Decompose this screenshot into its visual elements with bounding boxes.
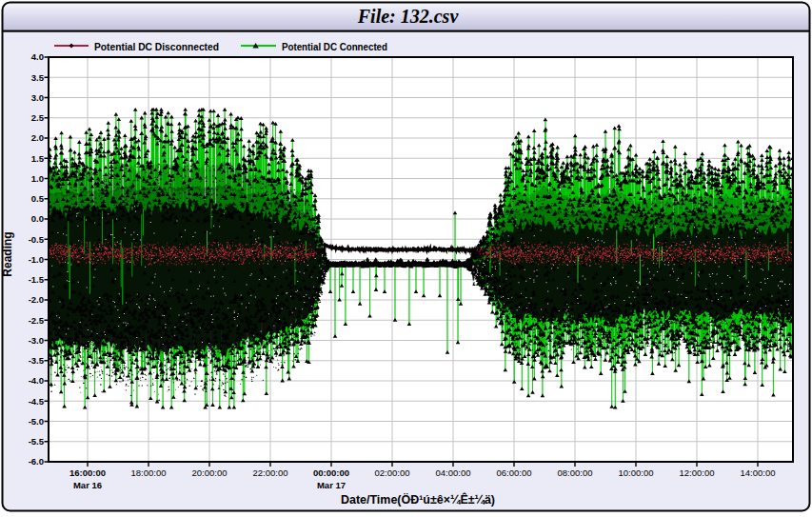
svg-text:16:00:00: 16:00:00 — [69, 467, 106, 478]
svg-text:12:00:00: 12:00:00 — [680, 467, 715, 478]
svg-text:-6.0: -6.0 — [29, 456, 44, 467]
svg-text:-1.5: -1.5 — [29, 274, 45, 285]
svg-text:02:00:00: 02:00:00 — [375, 467, 410, 478]
svg-text:File: 132.csv: File: 132.csv — [357, 6, 460, 27]
svg-text:-5.5: -5.5 — [29, 436, 45, 447]
svg-text:4.0: 4.0 — [31, 51, 44, 62]
svg-text:Potential DC Connected: Potential DC Connected — [282, 41, 387, 52]
svg-text:-4.0: -4.0 — [29, 375, 44, 386]
svg-text:10:00:00: 10:00:00 — [619, 467, 654, 478]
svg-text:00:00:00: 00:00:00 — [313, 467, 349, 478]
svg-text:-2.5: -2.5 — [29, 315, 45, 326]
svg-text:Potential DC Disconnected: Potential DC Disconnected — [94, 41, 219, 52]
svg-text:1.0: 1.0 — [31, 173, 44, 184]
svg-text:-2.0: -2.0 — [29, 294, 44, 305]
svg-text:0.0: 0.0 — [31, 213, 44, 224]
svg-text:-3.0: -3.0 — [29, 335, 44, 346]
svg-text:08:00:00: 08:00:00 — [558, 467, 593, 478]
svg-text:-5.0: -5.0 — [29, 416, 44, 427]
svg-text:04:00:00: 04:00:00 — [436, 467, 471, 478]
svg-text:22:00:00: 22:00:00 — [253, 467, 288, 478]
svg-text:Mar 17: Mar 17 — [317, 480, 346, 490]
svg-text:Mar 16: Mar 16 — [73, 480, 102, 490]
svg-text:3.0: 3.0 — [31, 92, 44, 103]
svg-text:-3.5: -3.5 — [29, 355, 45, 366]
svg-text:20:00:00: 20:00:00 — [192, 467, 228, 478]
svg-text:0.5: 0.5 — [31, 193, 45, 204]
svg-text:18:00:00: 18:00:00 — [131, 467, 167, 478]
svg-text:-4.5: -4.5 — [29, 396, 45, 407]
svg-text:Reading: Reading — [1, 231, 14, 276]
svg-text:06:00:00: 06:00:00 — [497, 467, 532, 478]
svg-text:1.5: 1.5 — [31, 153, 45, 164]
svg-text:14:00:00: 14:00:00 — [741, 467, 776, 478]
svg-text:2.5: 2.5 — [31, 112, 45, 123]
svg-text:2.0: 2.0 — [31, 132, 44, 143]
svg-text:3.5: 3.5 — [31, 72, 45, 83]
svg-text:-0.5: -0.5 — [29, 234, 45, 245]
svg-text:Date/Time(ÖÐ¹ú±ê×¼Ê±¼ä): Date/Time(ÖÐ¹ú±ê×¼Ê±¼ä) — [341, 492, 495, 507]
svg-text:-1.0: -1.0 — [29, 254, 44, 265]
